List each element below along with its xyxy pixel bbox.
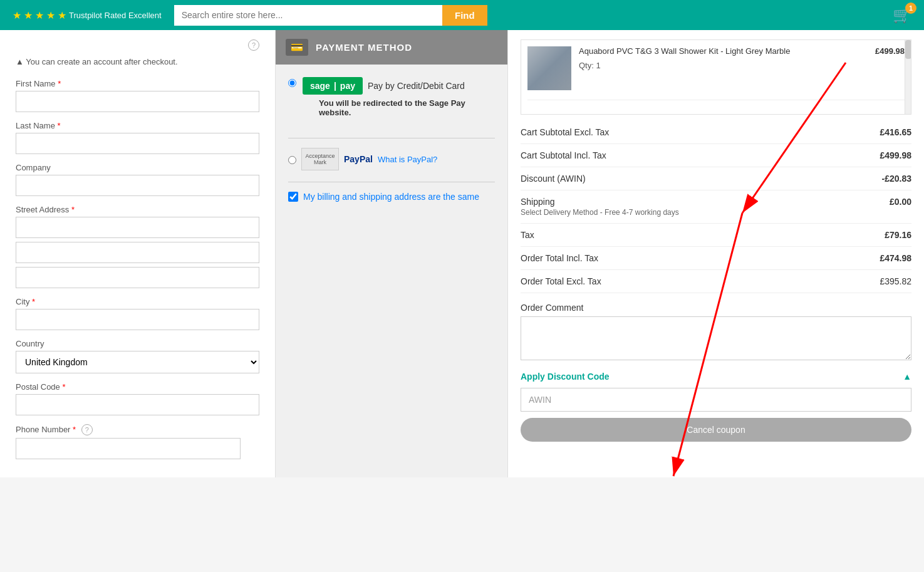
product-price: £499.98 [875,46,905,56]
street-inputs [16,217,259,288]
cart-subtotal-incl-label: Cart Subtotal Incl. Tax [521,150,606,160]
payment-card-icon: 💳 [286,39,308,56]
cart-button[interactable]: 🛒 1 [893,6,911,24]
phone-field: Phone Number * ? [16,424,259,459]
product-qty: Qty: 1 [579,61,905,70]
billing-same-label: My billing and shipping address are the … [303,192,479,202]
street-field: Street Address * [16,205,259,288]
city-input[interactable] [16,309,259,330]
phone-input[interactable] [16,438,241,459]
star-1: ★ [13,9,21,21]
star-2: ★ [24,9,33,21]
order-panel: Aquabord PVC T&G 3 Wall Shower Kit - Lig… [507,30,924,477]
billing-same-row: My billing and shipping address are the … [288,192,495,202]
company-field: Company [16,163,259,196]
first-name-label: First Name * [16,79,259,88]
shipping-label: Shipping [521,197,679,207]
shipping-value: £0.00 [890,197,911,207]
country-label: Country [16,339,259,348]
order-total-excl-label: Order Total Excl. Tax [521,276,601,286]
order-item-container: Aquabord PVC T&G 3 Wall Shower Kit - Lig… [521,39,911,115]
discount-code-header[interactable]: Apply Discount Code ▲ [521,372,911,382]
billing-same-checkbox[interactable] [288,192,298,202]
scroll-thumb[interactable] [905,40,911,59]
street-input-2[interactable] [16,242,259,263]
phone-label: Phone Number * ? [16,424,259,435]
order-total-incl-value: £474.98 [880,253,911,263]
sagepay-option-content: sage | pay Pay by Credit/Debit Card You … [303,77,495,127]
discount-code-input[interactable] [521,388,911,412]
last-name-input[interactable] [16,133,259,154]
street-input-3[interactable] [16,267,259,288]
required-star: * [73,425,76,434]
cart-subtotal-incl-value: £499.98 [880,150,911,160]
sage-redirect-notice: You will be redirected to the Sage Pay w… [319,98,495,117]
postal-code-field: Postal Code * [16,382,259,415]
phone-help-icon[interactable]: ? [81,424,93,435]
order-item: Aquabord PVC T&G 3 Wall Shower Kit - Lig… [527,46,905,100]
company-label: Company [16,163,259,172]
required-star: * [62,382,65,392]
help-icon-top[interactable]: ? [248,39,259,51]
billing-divider [288,182,495,182]
account-notice: ▲ You can create an account after checko… [16,54,259,70]
product-image-inner [527,46,571,90]
order-total-incl-label: Order Total Incl. Tax [521,253,598,263]
paypal-whatis-link[interactable]: What is PayPal? [378,155,437,164]
required-star: * [32,297,35,306]
cart-subtotal-incl-row: Cart Subtotal Incl. Tax £499.98 [521,144,911,167]
paypal-radio[interactable] [288,156,296,164]
discount-label: Discount (AWIN) [521,174,586,184]
paypal-option: Acceptance Mark PayPal What is PayPal? [288,148,495,170]
header: ★ ★ ★ ★ ★ Trustpilot Rated Excellent Fin… [0,0,924,30]
postal-code-label: Postal Code * [16,382,259,392]
country-select[interactable]: United Kingdom United States Germany Fra… [16,351,259,373]
required-star: * [58,79,61,88]
discount-row: Discount (AWIN) -£20.83 [521,167,911,190]
shipping-sub: Select Delivery Method - Free 4-7 workin… [521,208,679,217]
first-name-input[interactable] [16,91,259,112]
sagepay-option: sage | pay Pay by Credit/Debit Card You … [288,77,495,127]
order-comment-section: Order Comment [521,303,911,362]
order-total-excl-row: Order Total Excl. Tax £395.82 [521,270,911,293]
tax-label: Tax [521,230,534,240]
discount-code-section: Apply Discount Code ▲ Cancel coupon [521,372,911,442]
cart-subtotal-excl-value: £416.65 [880,127,911,137]
find-button[interactable]: Find [442,5,487,26]
star-4: ★ [46,9,55,21]
postal-code-input[interactable] [16,394,259,415]
street-input-1[interactable] [16,217,259,238]
tax-row: Tax £79.16 [521,224,911,247]
sagepay-label: Pay by Credit/Debit Card [368,81,465,91]
last-name-label: Last Name * [16,121,259,130]
product-name: Aquabord PVC T&G 3 Wall Shower Kit - Lig… [579,46,790,56]
required-star: * [71,205,75,214]
discount-value: -£20.83 [882,174,911,184]
discount-code-title: Apply Discount Code [521,372,610,382]
star-3: ★ [35,9,44,21]
search-bar: Find [174,5,487,26]
first-name-field: First Name * [16,79,259,112]
city-label: City * [16,297,259,306]
shipping-row: Shipping Select Delivery Method - Free 4… [521,190,911,224]
street-label: Street Address * [16,205,259,214]
product-details: Aquabord PVC T&G 3 Wall Shower Kit - Lig… [579,46,905,90]
payment-divider [288,138,495,138]
company-input[interactable] [16,175,259,196]
cart-subtotal-excl-label: Cart Subtotal Excl. Tax [521,127,609,137]
required-star: * [58,121,61,130]
cancel-coupon-button[interactable]: Cancel coupon [521,418,911,442]
search-input[interactable] [174,5,442,26]
paypal-acceptance-mark: Acceptance Mark [301,148,339,170]
order-comment-label: Order Comment [521,303,911,313]
shipping-label-group: Shipping Select Delivery Method - Free 4… [521,197,679,217]
paypal-label: PayPal [344,154,373,164]
sagepay-radio[interactable] [288,79,296,87]
payment-panel: 💳 PAYMENT METHOD sage | pay Pay by Credi… [276,30,507,477]
cart-subtotal-excl-row: Cart Subtotal Excl. Tax £416.65 [521,121,911,144]
trustpilot-text: Trustpilot Rated Excellent [69,11,162,20]
last-name-field: Last Name * [16,121,259,154]
order-comment-textarea[interactable] [521,316,911,360]
chevron-up-icon: ▲ [903,372,911,382]
order-total-excl-value: £395.82 [880,276,911,286]
